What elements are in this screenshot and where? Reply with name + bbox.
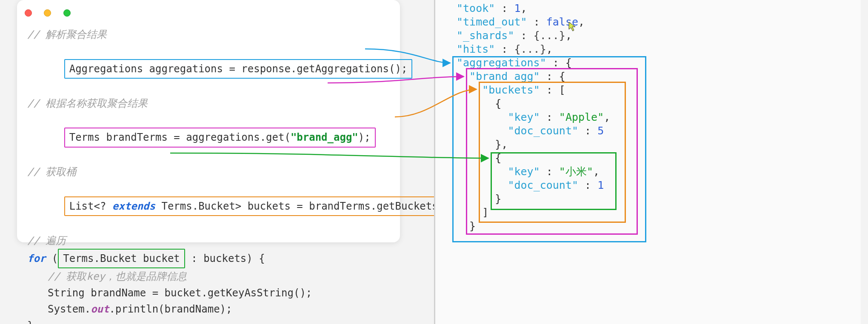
json-line-timed-out: "timed_out" : false, xyxy=(435,15,861,29)
json-response-panel: "took" : 1, "timed_out" : false, "_shard… xyxy=(434,0,861,324)
window-close-dot[interactable] xyxy=(25,9,32,17)
comment-iterate: // 遍历 xyxy=(27,233,390,249)
json-line-b2-open: { xyxy=(435,151,861,165)
json-line-b2-key: "key" : "小米", xyxy=(435,165,861,179)
mouse-cursor-icon xyxy=(568,21,577,36)
code-text: Terms brandTerms = aggregations.get( xyxy=(69,131,291,143)
json-line-b2-count: "doc_count" : 1 xyxy=(435,179,861,192)
string-literal: "brand_agg" xyxy=(291,131,358,143)
json-line-b1-close: }, xyxy=(435,138,861,151)
json-line-b1-key: "key" : "Apple", xyxy=(435,111,861,124)
window-zoom-dot[interactable] xyxy=(63,9,71,17)
code-text: .println(brandName); xyxy=(109,303,232,315)
comment-get-key: // 获取key，也就是品牌信息 xyxy=(27,268,390,284)
static-out: out xyxy=(91,303,109,315)
json-line-took: "took" : 1, xyxy=(435,2,861,15)
json-line-b1-open: { xyxy=(435,97,861,111)
boxed-aggregations-call: Aggregations aggregations = response.get… xyxy=(64,59,413,79)
json-line-b2-close: } xyxy=(435,192,861,206)
code-text: ); xyxy=(358,131,371,143)
code-editor-body: // 解析聚合结果 Aggregations aggregations = re… xyxy=(17,23,400,324)
json-line-buckets-close: ] xyxy=(435,206,861,219)
window-titlebar xyxy=(17,0,400,23)
comment-get-by-name: // 根据名称获取聚合结果 xyxy=(27,95,390,111)
json-line-buckets: "buckets" : [ xyxy=(435,83,861,97)
comment-parse-agg: // 解析聚合结果 xyxy=(27,26,390,43)
json-line-shards: "_shards" : {...}, xyxy=(435,29,861,43)
line-get-buckets: List<? extends Terms.Bucket> buckets = b… xyxy=(27,180,390,233)
line-get-aggregations: Aggregations aggregations = response.get… xyxy=(27,43,390,95)
code-text: System. xyxy=(48,303,91,315)
code-editor-window: // 解析聚合结果 Aggregations aggregations = re… xyxy=(17,0,400,242)
json-line-b1-count: "doc_count" : 5 xyxy=(435,124,861,138)
line-for-loop: for (Terms.Bucket bucket : buckets) { xyxy=(27,249,390,268)
code-text: Terms.Bucket> buckets = brandTerms.getBu… xyxy=(155,200,457,212)
code-text: List<? xyxy=(69,200,112,212)
json-line-aggregations: "aggregations" : { xyxy=(435,56,861,70)
code-text: ( xyxy=(46,253,58,264)
boxed-terms-get: Terms brandTerms = aggregations.get("bra… xyxy=(64,128,376,147)
comment-get-buckets: // 获取桶 xyxy=(27,164,390,180)
boxed-buckets-list: List<? extends Terms.Bucket> buckets = b… xyxy=(64,196,462,216)
line-closing-brace: } xyxy=(27,318,390,324)
line-println: System.out.println(brandName); xyxy=(27,301,390,317)
json-line-brand-agg: "brand_agg" : { xyxy=(435,70,861,83)
keyword-extends: extends xyxy=(112,200,155,212)
json-line-brand-close: } xyxy=(435,219,861,233)
keyword-for: for xyxy=(27,253,46,264)
code-text: : buckets) { xyxy=(185,253,265,264)
window-minimize-dot[interactable] xyxy=(44,9,51,17)
line-get-terms: Terms brandTerms = aggregations.get("bra… xyxy=(27,111,390,164)
boxed-bucket-var: Terms.Bucket bucket xyxy=(58,249,185,268)
line-brandname: String brandName = bucket.getKeyAsString… xyxy=(27,285,390,301)
json-line-hits: "hits" : {...}, xyxy=(435,43,861,56)
